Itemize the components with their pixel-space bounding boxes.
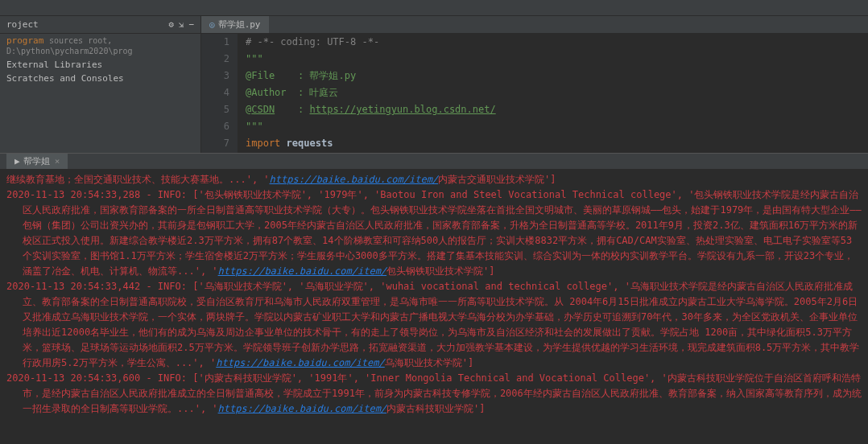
- project-label[interactable]: roject: [6, 19, 39, 30]
- console-output[interactable]: 继续教育基地；全国交通职业技术、技能大赛基地。...', 'https://ba…: [0, 169, 868, 444]
- console-tab-label: 帮学姐: [23, 155, 50, 167]
- collapse-icon[interactable]: [179, 19, 184, 30]
- python-run-icon: ▶: [14, 156, 20, 166]
- sidebar-item-program[interactable]: program sources root, D:\python\pycharm2…: [0, 34, 200, 58]
- line-num: 2: [201, 51, 229, 68]
- baidu-link[interactable]: https://baike.baidu.com/item/: [218, 403, 387, 414]
- program-folder-label: program: [6, 35, 43, 46]
- line-num: 7: [201, 135, 229, 152]
- log-line: 2020-11-13 20:54:33,442 - INFO: ['乌海职业技术…: [6, 279, 862, 371]
- baidu-link[interactable]: https://baike.baidu.com/item/: [270, 174, 439, 185]
- line-num: 1: [201, 34, 229, 51]
- code-line: @CSDN : https://yetingyun.blog.csdn.net/: [246, 101, 868, 118]
- code-line: """: [246, 51, 868, 68]
- editor-tab-bar: ◎ 帮学姐.py: [201, 16, 868, 34]
- line-num: 5: [201, 101, 229, 118]
- code-line: @Author : 叶庭云: [246, 84, 868, 101]
- line-num: 6: [201, 118, 229, 135]
- close-icon[interactable]: ×: [55, 156, 60, 166]
- log-line: 2020-11-13 20:54:33,600 - INFO: ['内蒙古科技职…: [6, 371, 862, 417]
- csdn-link[interactable]: https://yetingyun.blog.csdn.net/: [310, 104, 496, 115]
- gear-icon[interactable]: [168, 19, 174, 30]
- editor-pane: ◎ 帮学姐.py 1 2 3 4 5 6 7 # -*- coding: UTF…: [201, 16, 868, 153]
- console-tab[interactable]: ▶ 帮学姐 ×: [6, 154, 68, 169]
- sidebar-header: roject: [0, 16, 200, 34]
- line-num: 4: [201, 84, 229, 101]
- baidu-link[interactable]: https://baike.baidu.com/item/: [216, 357, 385, 368]
- tab-label: 帮学姐.py: [218, 18, 261, 31]
- code-line: # -*- coding: UTF-8 -*-: [246, 34, 868, 51]
- python-file-icon: ◎: [209, 19, 215, 30]
- gutter: 1 2 3 4 5 6 7: [201, 34, 238, 153]
- code-area[interactable]: 1 2 3 4 5 6 7 # -*- coding: UTF-8 -*- ""…: [201, 34, 868, 153]
- hide-icon[interactable]: [188, 19, 194, 30]
- log-line: 2020-11-13 20:54:33,288 - INFO: ['包头钢铁职业…: [6, 187, 862, 279]
- sidebar-item-external-libraries[interactable]: External Libraries: [0, 58, 200, 72]
- sidebar-item-scratches[interactable]: Scratches and Consoles: [0, 72, 200, 85]
- line-num: 3: [201, 68, 229, 84]
- log-line: 继续教育基地；全国交通职业技术、技能大赛基地。...', 'https://ba…: [6, 172, 862, 187]
- console-tab-bar: ▶ 帮学姐 ×: [0, 153, 868, 169]
- tab-file[interactable]: ◎ 帮学姐.py: [201, 16, 269, 33]
- baidu-link[interactable]: https://baike.baidu.com/item/: [218, 265, 387, 277]
- project-sidebar: roject program sources root, D:\python\p…: [0, 16, 201, 153]
- breadcrumb-bar: [0, 0, 868, 16]
- code-line: """: [246, 118, 868, 135]
- code-line: @File : 帮学姐.py: [246, 68, 868, 84]
- code-line: import requests: [246, 135, 868, 152]
- code-content[interactable]: # -*- coding: UTF-8 -*- """ @File : 帮学姐.…: [238, 34, 868, 153]
